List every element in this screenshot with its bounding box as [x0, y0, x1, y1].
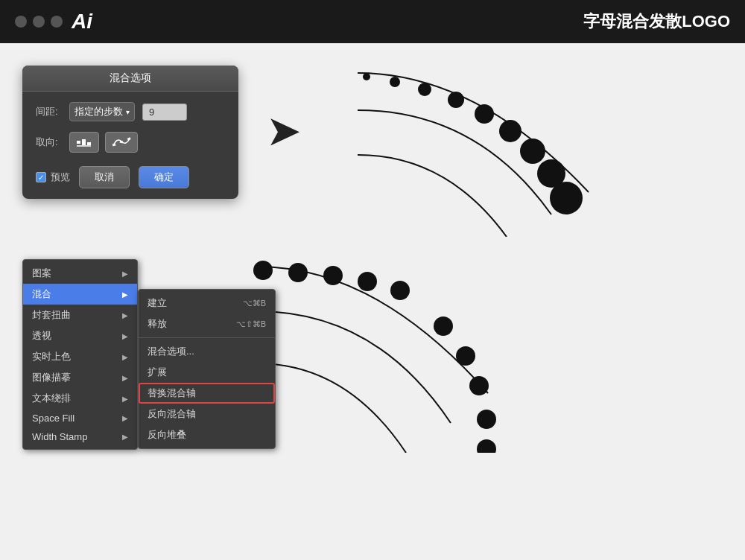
titlebar: Ai 字母混合发散LOGO — [0, 0, 745, 43]
titlebar-left: Ai — [15, 10, 92, 34]
app-name: Ai — [72, 10, 92, 34]
svg-point-20 — [390, 281, 410, 300]
submenu-expand-label: 扩展 — [148, 366, 167, 379]
menu-item-text-wrap-label: 文本绕排 — [32, 392, 71, 405]
shortcut-create: ⌥⌘B — [243, 299, 266, 308]
direction-row: 取向: — [36, 132, 225, 153]
menu-item-live-paint-label: 实时上色 — [32, 350, 71, 363]
chevron-down-icon: ▾ — [126, 108, 130, 116]
svg-point-12 — [499, 120, 522, 142]
shortcut-release: ⌥⇧⌘B — [236, 319, 266, 329]
top-curve-illustration — [328, 66, 723, 237]
submenu-blend-options-label: 混合选项... — [148, 345, 194, 358]
submenu-blend-options[interactable]: 混合选项... — [139, 341, 275, 362]
svg-rect-6 — [127, 137, 131, 140]
chevron-right-icon-3: ▶ — [122, 311, 128, 319]
menu-item-live-paint[interactable]: 实时上色 ▶ — [23, 346, 137, 367]
menu-item-text-wrap[interactable]: 文本绕排 ▶ — [23, 388, 137, 409]
submenu-reverse-spine-label: 反向混合轴 — [148, 407, 196, 421]
svg-point-19 — [358, 272, 377, 291]
submenu-separator — [139, 337, 275, 338]
menu-area: 图案 ▶ 混合 ▶ 封套扭曲 ▶ 透视 ▶ 实时上色 ▶ — [22, 259, 138, 450]
preview-checkbox[interactable]: ✓ 预览 — [36, 171, 70, 184]
svg-rect-0 — [77, 141, 80, 144]
menu-item-width-stamp-label: Width Stamp — [32, 431, 87, 442]
direction-label: 取向: — [36, 136, 62, 149]
spacing-value: 指定的步数 — [74, 105, 123, 118]
chevron-right-icon-2: ▶ — [122, 290, 128, 299]
menu-item-blend-label: 混合 — [32, 287, 51, 301]
steps-input[interactable] — [142, 104, 187, 121]
chevron-right-icon: ▶ — [122, 270, 128, 278]
bottom-curve-illustration — [227, 259, 723, 445]
menu-item-pattern[interactable]: 图案 ▶ — [23, 263, 137, 284]
menu-item-perspective-label: 透视 — [32, 329, 51, 343]
svg-point-8 — [390, 77, 400, 87]
svg-point-16 — [253, 261, 273, 280]
chevron-right-icon-8: ▶ — [122, 414, 128, 422]
dot-minimize[interactable] — [33, 16, 45, 28]
submenu-create[interactable]: 建立 ⌥⌘B — [139, 293, 275, 314]
submenu-replace-spine-label: 替换混合轴 — [148, 386, 196, 400]
ok-button[interactable]: 确定 — [139, 166, 189, 188]
checkbox-checked-icon: ✓ — [36, 172, 46, 182]
chevron-right-icon-5: ▶ — [122, 353, 128, 361]
submenu-reverse-stack-label: 反向堆叠 — [148, 428, 186, 442]
svg-point-18 — [323, 266, 343, 285]
submenu-reverse-stack[interactable]: 反向堆叠 — [139, 424, 275, 445]
menu-item-width-stamp[interactable]: Width Stamp ▶ — [23, 427, 137, 446]
svg-rect-4 — [112, 144, 115, 147]
chevron-right-icon-7: ▶ — [122, 395, 128, 403]
submenu-release[interactable]: 释放 ⌥⇧⌘B — [139, 314, 275, 334]
bottom-section: 图案 ▶ 混合 ▶ 封套扭曲 ▶ 透视 ▶ 实时上色 ▶ — [0, 244, 745, 465]
dot-close[interactable] — [15, 16, 27, 28]
right-arrow-icon: ➤ — [267, 110, 299, 153]
svg-point-13 — [520, 139, 545, 164]
svg-point-9 — [418, 83, 431, 96]
svg-rect-5 — [120, 141, 124, 144]
cancel-button[interactable]: 取消 — [79, 166, 130, 188]
submenu-expand[interactable]: 扩展 — [139, 362, 275, 383]
dialog-footer: ✓ 预览 取消 确定 — [36, 163, 225, 188]
menu-item-pattern-label: 图案 — [32, 267, 51, 280]
spacing-label: 间距: — [36, 105, 62, 118]
orient-path-button[interactable] — [105, 132, 138, 153]
orient-page-button[interactable] — [69, 132, 99, 153]
submenu-reverse-spine[interactable]: 反向混合轴 — [139, 404, 275, 424]
svg-point-15 — [550, 182, 583, 214]
dialog-title: 混合选项 — [22, 66, 238, 92]
menu-item-image-trace[interactable]: 图像描摹 ▶ — [23, 367, 137, 388]
top-curve-svg — [328, 66, 603, 237]
menu-item-blend[interactable]: 混合 ▶ — [23, 284, 137, 305]
chevron-right-icon-4: ▶ — [122, 332, 128, 340]
submenu-replace-spine[interactable]: 替换混合轴 — [139, 383, 275, 404]
menu-item-image-trace-label: 图像描摹 — [32, 371, 71, 384]
spacing-row: 间距: 指定的步数 ▾ — [36, 102, 225, 121]
submenu-release-label: 释放 — [148, 317, 167, 331]
svg-point-23 — [469, 376, 489, 395]
menu-item-envelope-label: 封套扭曲 — [32, 308, 71, 322]
svg-rect-2 — [87, 142, 91, 145]
blend-dialog: 混合选项 间距: 指定的步数 ▾ 取向: — [22, 66, 238, 199]
svg-point-10 — [448, 92, 464, 108]
menu-item-space-fill-label: Space Fill — [32, 413, 74, 424]
menu-item-envelope[interactable]: 封套扭曲 ▶ — [23, 305, 137, 325]
svg-rect-1 — [82, 139, 86, 145]
main-content: 混合选项 间距: 指定的步数 ▾ 取向: — [0, 43, 745, 560]
chevron-right-icon-6: ▶ — [122, 374, 128, 382]
svg-point-7 — [363, 73, 370, 80]
svg-point-17 — [288, 263, 308, 282]
dialog-body: 间距: 指定的步数 ▾ 取向: — [22, 92, 238, 199]
window-dots — [15, 16, 63, 28]
spacing-select[interactable]: 指定的步数 ▾ — [69, 102, 135, 121]
svg-point-24 — [477, 410, 496, 429]
chevron-right-icon-9: ▶ — [122, 433, 128, 441]
blend-submenu: 建立 ⌥⌘B 释放 ⌥⇧⌘B 混合选项... 扩展 替换混合轴 — [138, 289, 276, 449]
preview-label: 预览 — [51, 171, 70, 184]
orientation-icons — [69, 132, 138, 153]
svg-point-25 — [477, 439, 496, 453]
menu-item-perspective[interactable]: 透视 ▶ — [23, 325, 137, 346]
dot-maximize[interactable] — [51, 16, 63, 28]
top-section: 混合选项 间距: 指定的步数 ▾ 取向: — [0, 43, 745, 252]
menu-item-space-fill[interactable]: Space Fill ▶ — [23, 409, 137, 427]
